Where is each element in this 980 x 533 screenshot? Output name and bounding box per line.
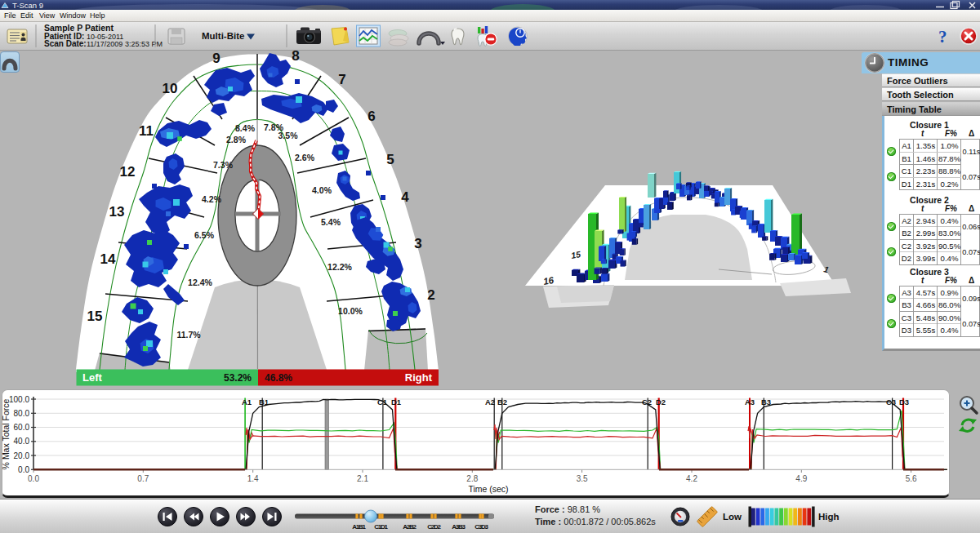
svg-text:3.5%: 3.5% bbox=[278, 131, 299, 140]
svg-text:High: High bbox=[818, 512, 840, 522]
svg-text:4: 4 bbox=[401, 189, 409, 205]
svg-text:46.8%: 46.8% bbox=[265, 372, 292, 384]
svg-text:C1: C1 bbox=[377, 398, 388, 406]
svg-text:C1D1: C1D1 bbox=[374, 523, 388, 531]
svg-text:10.0%: 10.0% bbox=[338, 306, 363, 316]
svg-text:D2: D2 bbox=[656, 398, 666, 406]
svg-text:A1: A1 bbox=[242, 398, 252, 406]
svg-text:14: 14 bbox=[100, 251, 116, 267]
svg-text:15: 15 bbox=[87, 309, 103, 324]
svg-text:2.6%: 2.6% bbox=[295, 153, 315, 162]
svg-text:7.3%: 7.3% bbox=[213, 160, 234, 170]
svg-text:4.2%: 4.2% bbox=[202, 194, 222, 204]
svg-text:40.0: 40.0 bbox=[14, 437, 30, 446]
svg-text:Force : 98.81 %: Force : 98.81 % bbox=[535, 504, 600, 514]
svg-text:80.0: 80.0 bbox=[14, 409, 30, 418]
svg-text:2.8: 2.8 bbox=[466, 474, 478, 483]
svg-text:D3: D3 bbox=[899, 398, 909, 406]
svg-text:Scan Date:: Scan Date: bbox=[44, 39, 87, 48]
svg-text:11.7%: 11.7% bbox=[176, 330, 201, 340]
svg-text:2.1: 2.1 bbox=[357, 474, 368, 483]
svg-text:3: 3 bbox=[414, 236, 421, 251]
svg-text:0.0: 0.0 bbox=[28, 474, 39, 483]
svg-text:100.0: 100.0 bbox=[9, 395, 29, 404]
svg-text:53.2%: 53.2% bbox=[224, 372, 252, 384]
svg-text:5: 5 bbox=[386, 152, 394, 167]
svg-text:?: ? bbox=[938, 27, 947, 47]
svg-text:B2: B2 bbox=[497, 398, 507, 406]
svg-text:6.5%: 6.5% bbox=[194, 230, 215, 240]
svg-text:2.8%: 2.8% bbox=[226, 135, 247, 144]
svg-text:C2D2: C2D2 bbox=[427, 523, 441, 531]
svg-text:A2B2: A2B2 bbox=[403, 523, 416, 531]
svg-text:4.2: 4.2 bbox=[686, 474, 697, 483]
svg-text:D1: D1 bbox=[391, 398, 402, 406]
svg-text:Low: Low bbox=[723, 512, 742, 522]
svg-text:1.4: 1.4 bbox=[247, 474, 259, 483]
svg-text:T-Scan 9: T-Scan 9 bbox=[12, 1, 43, 10]
svg-text:12.4%: 12.4% bbox=[188, 278, 212, 287]
svg-text:A2: A2 bbox=[485, 398, 495, 406]
svg-text:15: 15 bbox=[570, 249, 581, 260]
svg-text:6: 6 bbox=[368, 109, 375, 124]
svg-text:C2: C2 bbox=[642, 398, 652, 406]
svg-text:13: 13 bbox=[109, 204, 125, 220]
svg-text:12: 12 bbox=[120, 164, 136, 180]
svg-text:7: 7 bbox=[338, 72, 345, 87]
svg-text:Time (sec): Time (sec) bbox=[468, 484, 508, 494]
svg-text:0.0: 0.0 bbox=[18, 465, 29, 474]
svg-text:4.9: 4.9 bbox=[795, 474, 807, 483]
svg-text:Multi-Bite: Multi-Bite bbox=[202, 31, 244, 41]
svg-text:Right: Right bbox=[405, 371, 433, 384]
svg-text:60.0: 60.0 bbox=[14, 423, 30, 432]
svg-text:5.6: 5.6 bbox=[906, 474, 917, 483]
svg-text:9: 9 bbox=[212, 51, 220, 66]
svg-text:3.5: 3.5 bbox=[577, 474, 588, 483]
svg-text:1: 1 bbox=[823, 264, 831, 274]
svg-text:8.4%: 8.4% bbox=[235, 123, 256, 133]
svg-text:4.0%: 4.0% bbox=[312, 185, 332, 195]
svg-text:11/17/2009 3:25:53 PM: 11/17/2009 3:25:53 PM bbox=[87, 40, 163, 48]
svg-text:5.4%: 5.4% bbox=[321, 217, 341, 227]
svg-text:A3: A3 bbox=[745, 398, 755, 406]
svg-text:0.7: 0.7 bbox=[137, 474, 149, 483]
svg-text:Time : 00:01.872 / 00:05.862s: Time : 00:01.872 / 00:05.862s bbox=[535, 517, 656, 526]
svg-text:20.0: 20.0 bbox=[14, 451, 30, 460]
svg-text:10-05-2011: 10-05-2011 bbox=[87, 33, 123, 41]
svg-text:A1B1: A1B1 bbox=[352, 523, 366, 531]
svg-text:8: 8 bbox=[292, 51, 299, 64]
svg-text:Left: Left bbox=[82, 371, 103, 384]
svg-text:% Max Total Force: % Max Total Force bbox=[1, 398, 11, 469]
svg-text:A3B3: A3B3 bbox=[452, 523, 466, 531]
svg-text:10: 10 bbox=[163, 81, 178, 96]
svg-text:C3D3: C3D3 bbox=[474, 523, 488, 531]
svg-text:11: 11 bbox=[139, 123, 154, 139]
svg-text:12.2%: 12.2% bbox=[327, 262, 352, 272]
svg-text:2: 2 bbox=[427, 287, 434, 303]
